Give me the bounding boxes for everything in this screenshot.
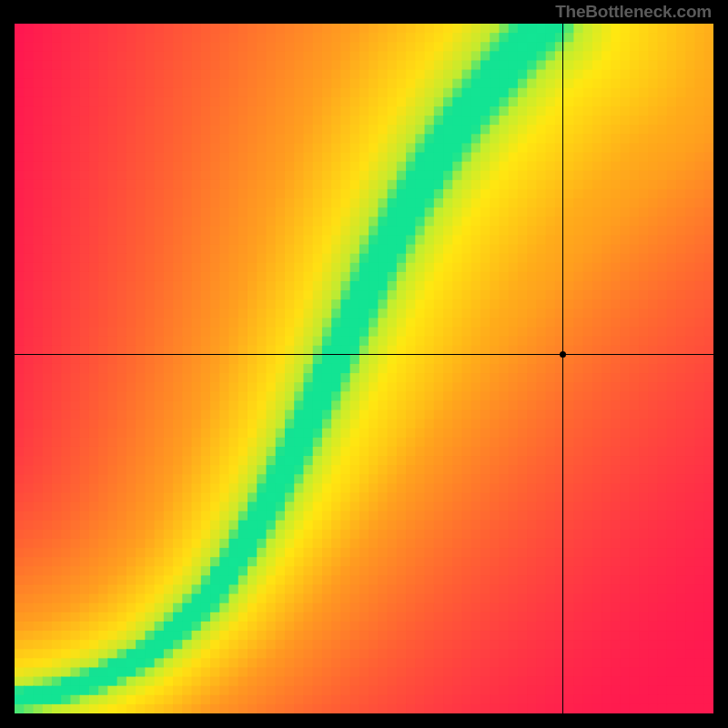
watermark-text: TheBottleneck.com: [555, 2, 712, 22]
chart-container: TheBottleneck.com: [0, 0, 728, 728]
heatmap-canvas: [15, 24, 713, 713]
plot-frame: [15, 24, 713, 713]
